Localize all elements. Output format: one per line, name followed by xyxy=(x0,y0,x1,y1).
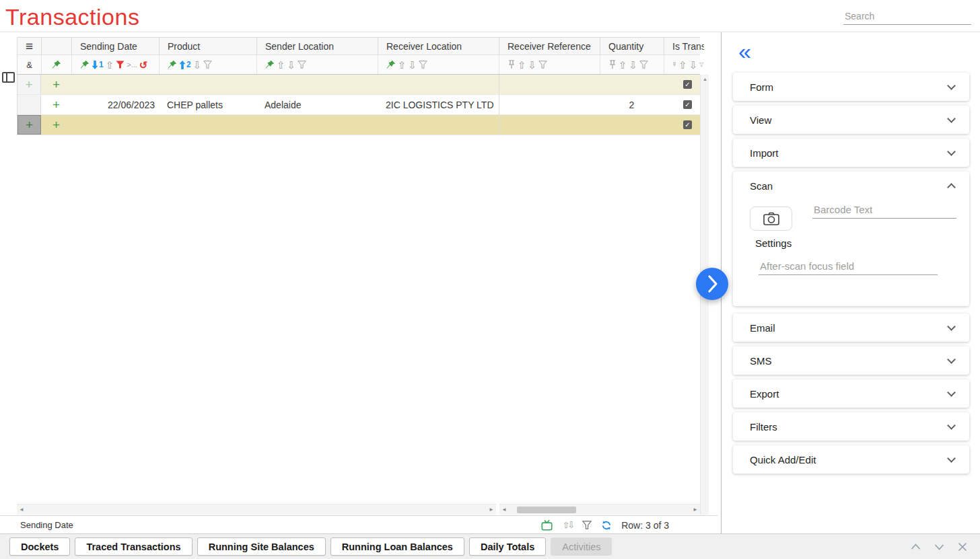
tab-traced-transactions[interactable]: Traced Transactions xyxy=(75,537,192,556)
table-row-new-top[interactable]: + + ✓ xyxy=(18,75,700,95)
section-sms-header[interactable]: SMS xyxy=(733,346,969,375)
section-export-header[interactable]: Export xyxy=(733,379,969,408)
column-header-is-transfer[interactable]: Is Transfer xyxy=(664,38,704,54)
chevron-up-icon[interactable] xyxy=(910,542,921,552)
column-header-receiver-location[interactable]: Receiver Location xyxy=(378,38,499,54)
tab-daily-totals[interactable]: Daily Totals xyxy=(469,537,546,556)
filter-cell-is-transfer[interactable]: ⇧ ⇩ xyxy=(664,55,704,74)
cell-quantity[interactable]: 2 xyxy=(600,95,664,114)
section-email-header[interactable]: Email xyxy=(733,313,969,342)
cell-receiver-location[interactable]: 2IC LOGISTICS PTY LTD xyxy=(378,95,499,114)
sort-desc-icon[interactable]: ⇩ xyxy=(528,60,537,70)
filter-rows-icon[interactable] xyxy=(582,521,592,529)
column-header-receiver-reference[interactable]: Receiver Reference xyxy=(499,38,600,54)
filter-and-toggle[interactable]: & xyxy=(18,55,41,74)
is-transfer-checkbox[interactable]: ✓ xyxy=(683,80,692,89)
cell-receiver-location[interactable] xyxy=(378,75,499,94)
cell-product[interactable]: CHEP pallets xyxy=(159,95,256,114)
scan-camera-button[interactable] xyxy=(750,207,792,231)
collapse-panel-button[interactable]: « xyxy=(738,38,751,65)
filter-cell-receiver-location[interactable]: ⇧ ⇩ xyxy=(378,55,499,74)
chevron-down-icon xyxy=(947,322,956,331)
cell-receiver-reference[interactable] xyxy=(499,75,600,94)
cell-quantity[interactable] xyxy=(600,115,664,135)
search-input[interactable] xyxy=(843,8,971,25)
section-filters-header[interactable]: Filters xyxy=(733,412,969,441)
table-row-new-selected[interactable]: + + ✓ xyxy=(18,115,700,135)
sort-asc-icon[interactable]: ⇧ xyxy=(277,60,285,70)
scroll-left-arrow[interactable]: ◄ xyxy=(19,507,24,513)
is-transfer-checkbox[interactable]: ✓ xyxy=(683,120,692,129)
filter-cell-product[interactable]: 2 ⇩ xyxy=(159,55,256,74)
scroll-up-arrow[interactable]: ▲ xyxy=(701,77,709,81)
column-header-sender-location[interactable]: Sender Location xyxy=(256,38,378,54)
split-pane-icon[interactable] xyxy=(2,72,15,83)
check-icon: ✓ xyxy=(685,81,690,88)
sort-desc-icon[interactable]: ⇩ xyxy=(629,60,638,70)
filter-cell-sending-date[interactable]: 1 ⇧ >... ↺ xyxy=(71,55,159,74)
column-header-product[interactable]: Product xyxy=(159,38,256,54)
filter-cell-sender-location[interactable]: ⇧ ⇩ xyxy=(256,55,378,74)
row-header-cell[interactable] xyxy=(18,95,41,114)
refresh-icon[interactable] xyxy=(601,520,612,531)
cell-sender-location[interactable] xyxy=(256,115,378,135)
column-header-sending-date[interactable]: Sending Date xyxy=(71,38,159,54)
sort-asc-icon[interactable]: ⇧ xyxy=(398,60,407,70)
add-record-button[interactable]: + xyxy=(41,75,71,94)
cell-sending-date[interactable] xyxy=(71,75,159,94)
cell-sending-date[interactable]: 22/06/2023 xyxy=(71,95,159,114)
cell-receiver-location[interactable] xyxy=(378,115,499,135)
sort-rows-icon[interactable]: ⇧⇩ xyxy=(562,520,573,530)
pin-all-button[interactable] xyxy=(41,55,71,74)
cell-sending-date[interactable] xyxy=(71,115,159,135)
row-header-cell[interactable]: + xyxy=(18,75,41,94)
section-view-header[interactable]: View xyxy=(733,106,969,134)
cell-receiver-reference[interactable] xyxy=(499,95,600,114)
scroll-left-arrow[interactable]: ◄ xyxy=(501,507,507,513)
is-transfer-checkbox[interactable]: ✓ xyxy=(683,100,692,109)
pin-outline-icon xyxy=(672,60,676,69)
sort-desc-icon[interactable]: ⇩ xyxy=(193,60,202,70)
after-scan-focus-input[interactable] xyxy=(759,258,938,275)
add-record-button[interactable]: + xyxy=(41,115,71,135)
cell-sender-location[interactable] xyxy=(256,75,378,94)
add-record-button[interactable]: + xyxy=(41,95,71,114)
undo-filter-icon[interactable]: ↺ xyxy=(139,60,148,70)
sort-asc-icon[interactable]: ⇧ xyxy=(518,60,526,70)
tab-running-site-balances[interactable]: Running Site Balances xyxy=(197,537,326,556)
section-quick-add-edit-header[interactable]: Quick Add/Edit xyxy=(733,445,969,474)
row-header-cell-selected[interactable]: + xyxy=(18,115,41,135)
section-form-header[interactable]: Form xyxy=(733,73,969,101)
tab-running-loan-balances[interactable]: Running Loan Balances xyxy=(330,537,464,556)
horizontal-scrollbar-main[interactable]: ◄ ► xyxy=(499,504,700,515)
cell-quantity[interactable] xyxy=(600,75,664,94)
tab-dockets[interactable]: Dockets xyxy=(9,537,70,556)
cell-product[interactable] xyxy=(159,75,256,94)
cell-sender-location[interactable]: Adelaide xyxy=(256,95,378,114)
close-icon[interactable] xyxy=(957,542,968,552)
sort-asc-icon[interactable]: ⇧ xyxy=(678,60,687,70)
table-row-data[interactable]: + 22/06/2023 CHEP pallets Adelaide 2IC L… xyxy=(18,95,700,115)
column-header-quantity[interactable]: Quantity xyxy=(600,38,664,54)
section-scan-header[interactable]: Scan xyxy=(733,172,969,200)
board-view-icon[interactable] xyxy=(541,519,553,531)
filter-cell-quantity[interactable]: ⇧ ⇩ xyxy=(600,55,664,74)
scroll-right-arrow[interactable]: ► xyxy=(489,507,494,513)
horizontal-scrollbar-frozen[interactable]: ◄ ► xyxy=(17,504,496,515)
grid-menu-button[interactable]: ≡ xyxy=(18,38,41,54)
filter-cell-receiver-reference[interactable]: ⇧ ⇩ xyxy=(499,55,600,74)
scrollbar-thumb[interactable] xyxy=(517,507,576,513)
sort-order-badge: 2 xyxy=(186,60,191,69)
sort-desc-icon[interactable]: ⇩ xyxy=(409,60,417,70)
cell-receiver-reference[interactable] xyxy=(499,115,600,135)
expand-panel-fab[interactable] xyxy=(696,268,728,300)
scroll-right-arrow[interactable]: ► xyxy=(693,507,698,513)
chevron-down-icon[interactable] xyxy=(934,542,945,552)
sort-asc-icon[interactable]: ⇧ xyxy=(106,60,114,70)
sort-desc-icon[interactable]: ⇩ xyxy=(689,60,698,70)
section-import-header[interactable]: Import xyxy=(733,139,969,167)
sort-asc-icon[interactable]: ⇧ xyxy=(619,60,627,70)
sort-desc-icon[interactable]: ⇩ xyxy=(287,60,296,70)
cell-product[interactable] xyxy=(159,115,256,135)
barcode-text-input[interactable] xyxy=(812,201,956,219)
